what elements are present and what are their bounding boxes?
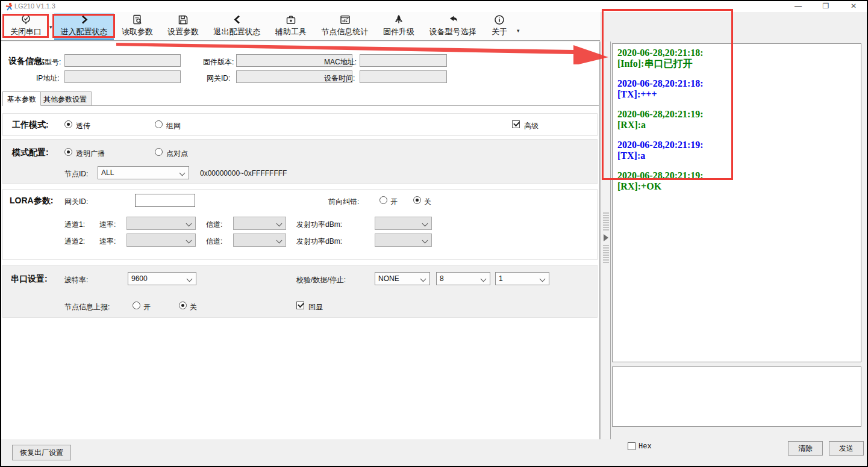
echo-label: 回显	[308, 302, 323, 312]
close-button[interactable]: ✕	[843, 1, 864, 11]
splitter-dots-bottom	[603, 244, 609, 264]
channel1-rate-dropdown[interactable]	[126, 217, 196, 230]
channel2-power-dropdown[interactable]	[375, 234, 432, 247]
chevron-right-icon	[78, 13, 90, 26]
gateway-id-info-label: 网关ID:	[207, 73, 230, 84]
toolbar-read-params-label: 读取参数	[122, 26, 153, 37]
clear-button[interactable]: 清除	[788, 441, 823, 456]
toolbar-node-stats-button[interactable]: 节点信息统计	[315, 13, 375, 40]
log-entry-time: 2020-06-28,20:21:19:	[617, 170, 856, 181]
send-input-area[interactable]	[612, 366, 861, 427]
channel2-rate-dropdown[interactable]	[126, 234, 196, 247]
toolbar-read-params-button[interactable]: 读取参数	[116, 13, 158, 40]
log-entry-message: [TX]:+++	[617, 89, 856, 100]
echo-checkbox[interactable]	[296, 302, 304, 309]
send-button[interactable]: 发送	[829, 441, 864, 456]
tab-other-params[interactable]: 其他参数设置	[39, 91, 92, 106]
mode-broadcast-radio[interactable]	[64, 148, 72, 156]
parity-dropdown[interactable]: NONE	[375, 272, 430, 285]
toolbar-firmware-label: 固件升级	[383, 26, 414, 37]
close-serial-dropdown-arrow[interactable]: ▾	[49, 24, 52, 30]
mode-config-title: 模式配置:	[12, 147, 49, 158]
toolbar-close-serial-button[interactable]: 关闭串口	[4, 13, 48, 40]
channel1-power-dropdown[interactable]	[375, 217, 432, 230]
toolbar-firmware-button[interactable]: 固件升级	[378, 13, 420, 40]
node-id-dropdown[interactable]: ALL	[98, 166, 189, 179]
toolbar-aux-tools-button[interactable]: 辅助工具	[270, 13, 312, 40]
parity-data-stop-label: 校验/数据/停止:	[296, 275, 346, 285]
toolbar-set-params-label: 设置参数	[167, 26, 199, 37]
channel2-power-label: 发射功率dBm:	[296, 237, 342, 247]
lora-gateway-id-label: 网关ID:	[64, 197, 88, 207]
baud-rate-label: 波特率:	[64, 275, 88, 285]
channel2-channel-label: 信道:	[206, 237, 222, 247]
app-logo-icon	[5, 2, 13, 11]
node-report-off-radio[interactable]	[179, 302, 187, 309]
data-bits-dropdown[interactable]: 8	[436, 272, 490, 285]
serial-title: 串口设置:	[11, 274, 48, 285]
tab-basic-params[interactable]: 基本参数	[2, 91, 41, 106]
chevron-left-icon	[231, 13, 243, 26]
toolbar-enter-config-button[interactable]: 进入配置状态	[54, 13, 114, 40]
toolbar-about-button[interactable]: 关于	[486, 13, 513, 40]
baud-rate-dropdown[interactable]: 9600	[128, 272, 196, 285]
log-entry: 2020-06-28,20:21:19: [RX]:a	[617, 109, 856, 131]
node-report-on-radio[interactable]	[133, 302, 140, 309]
log-entry-message: [Info]:串口已打开	[617, 58, 856, 69]
toolbar-overflow-arrow[interactable]: ▾	[517, 28, 520, 34]
channel2-rate-label: 速率:	[99, 237, 116, 247]
toolbar-set-params-button[interactable]: 设置参数	[162, 13, 204, 40]
splitter-collapse-arrow[interactable]	[604, 234, 608, 241]
toolbar-aux-tools-label: 辅助工具	[275, 26, 307, 37]
log-entry: 2020-06-28,20:21:19: [TX]:a	[617, 140, 856, 161]
save-icon	[177, 13, 189, 26]
mode-p2p-radio[interactable]	[155, 148, 163, 156]
chart-window-icon	[339, 13, 351, 26]
toolbar-device-model-button[interactable]: 设备型号选择	[423, 13, 482, 40]
log-entry: 2020-06-28,20:21:18: [Info]:串口已打开	[617, 48, 856, 69]
work-mode-title: 工作模式:	[12, 120, 49, 131]
lora-title: LORA参数:	[10, 196, 53, 206]
log-entry-message: [TX]:a	[617, 150, 856, 161]
channel2-label: 通道2:	[64, 237, 85, 247]
ip-address-label: IP地址:	[36, 73, 60, 84]
channel1-power-label: 发射功率dBm:	[296, 220, 342, 230]
toolbar-exit-config-button[interactable]: 退出配置状态	[207, 13, 267, 40]
fec-on-label: 开	[390, 197, 398, 207]
main-panel: 设备信息: 产品型号: 固件版本: MAC地址: IP地址: 网关ID: 设备时…	[1, 42, 600, 439]
minimize-button[interactable]: —	[788, 1, 808, 11]
fec-on-radio[interactable]	[379, 196, 387, 204]
advanced-checkbox[interactable]	[512, 120, 520, 128]
log-entry-time: 2020-06-28,20:21:18:	[617, 48, 856, 58]
product-model-field[interactable]	[64, 54, 181, 67]
hex-checkbox[interactable]	[628, 442, 635, 450]
work-mode-transparent-radio[interactable]	[64, 120, 72, 128]
info-icon	[493, 13, 505, 26]
log-output-area[interactable]: 2020-06-28,20:21:18: [Info]:串口已打开 2020-0…	[612, 43, 861, 362]
device-time-label: 设备时间:	[324, 73, 355, 84]
window-title: LG210 V1.1.3	[14, 2, 55, 10]
hex-label: Hex	[639, 442, 652, 451]
device-time-field[interactable]	[360, 70, 447, 83]
factory-reset-button[interactable]: 恢复出厂设置	[12, 445, 71, 460]
log-entry-time: 2020-06-28,20:21:19:	[617, 109, 856, 120]
ip-address-field[interactable]	[64, 70, 181, 83]
mac-address-field[interactable]	[360, 54, 447, 67]
fec-off-radio[interactable]	[413, 196, 421, 204]
channel2-channel-dropdown[interactable]	[233, 234, 286, 247]
fec-label: 前向纠错:	[328, 197, 359, 207]
toolbox-icon	[285, 13, 297, 26]
lora-gateway-id-input[interactable]	[135, 194, 195, 207]
log-entry-message: [RX]:+OK	[617, 181, 856, 192]
work-mode-network-radio[interactable]	[155, 120, 163, 128]
node-id-label: 节点ID:	[64, 169, 88, 179]
maximize-button[interactable]: ❐	[816, 1, 836, 11]
stop-bits-dropdown[interactable]: 1	[495, 272, 549, 285]
pin-check-icon	[20, 13, 32, 26]
toolbar-device-model-label: 设备型号选择	[429, 26, 476, 37]
toolbar-close-serial-label: 关闭串口	[10, 26, 42, 37]
panel-splitter[interactable]	[601, 42, 611, 439]
log-entry-message: [RX]:a	[617, 120, 856, 131]
toolbar-node-stats-label: 节点信息统计	[322, 26, 369, 37]
channel1-channel-dropdown[interactable]	[233, 217, 286, 230]
